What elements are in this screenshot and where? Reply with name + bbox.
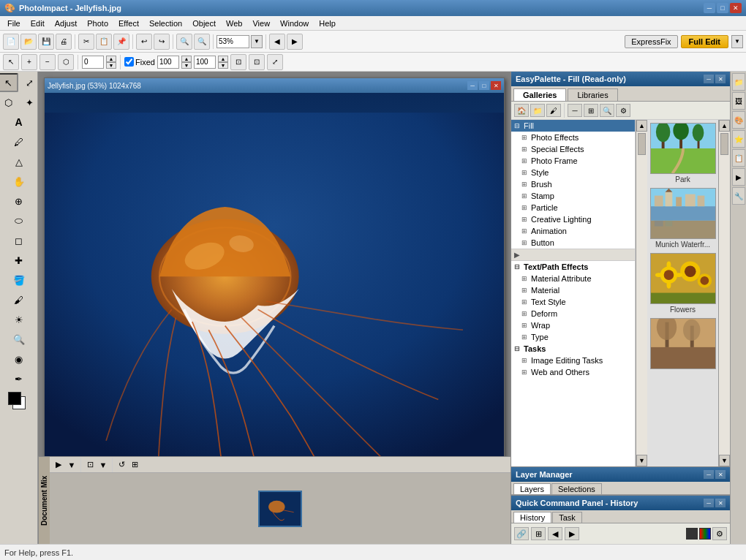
menu-web[interactable]: Web bbox=[222, 18, 246, 29]
gal-grid-btn[interactable]: ⊞ bbox=[584, 104, 598, 117]
collapse-arrow[interactable]: ▶ bbox=[511, 249, 635, 261]
express-fix-btn[interactable]: ExpressFix bbox=[625, 35, 677, 48]
redo-btn[interactable]: ↪ bbox=[154, 34, 170, 50]
zoom-dropdown[interactable]: ▼ bbox=[251, 35, 263, 48]
tree-item-image-editing[interactable]: ⊞ Image Editing Tasks bbox=[511, 355, 635, 366]
eraser-tool[interactable]: ◻ bbox=[9, 231, 29, 250]
preview-forest[interactable] bbox=[650, 318, 716, 371]
save-btn[interactable]: 💾 bbox=[38, 34, 54, 50]
crop-tool[interactable]: ⊕ bbox=[9, 192, 29, 211]
qc-btn-back[interactable]: ◀ bbox=[548, 527, 562, 540]
clone-tool[interactable]: ✚ bbox=[9, 251, 29, 270]
text-tool[interactable]: A bbox=[9, 113, 29, 132]
libraries-tab[interactable]: Libraries bbox=[568, 88, 617, 101]
angle-spinner[interactable]: ▲ ▼ bbox=[106, 56, 116, 69]
qc-settings-btn[interactable]: ⚙ bbox=[712, 527, 727, 540]
tree-scroll-down[interactable]: ▼ bbox=[636, 455, 647, 466]
tree-item-web-others[interactable]: ⊞ Web and Others bbox=[511, 366, 635, 378]
brush-tool[interactable]: 🖊 bbox=[9, 132, 29, 151]
loop-btn[interactable]: ↺ bbox=[116, 459, 127, 471]
tree-item-creative-lighting[interactable]: ⊞ Creative Lighting bbox=[511, 213, 635, 225]
height-up[interactable]: ▲ bbox=[218, 56, 228, 62]
angle-down[interactable]: ▼ bbox=[106, 62, 116, 69]
menu-window[interactable]: Window bbox=[276, 18, 313, 29]
menu-view[interactable]: View bbox=[248, 18, 274, 29]
gal-folder-btn[interactable]: 📁 bbox=[530, 104, 545, 117]
play-dropdown-btn[interactable]: ▼ bbox=[66, 459, 78, 471]
tree-item-particle[interactable]: ⊞ Particle bbox=[511, 202, 635, 213]
document-mix-tab[interactable]: Document Mix bbox=[38, 457, 50, 544]
angle-up[interactable]: ▲ bbox=[106, 56, 116, 62]
gal-settings-btn[interactable]: ⚙ bbox=[616, 104, 630, 117]
tree-item-style[interactable]: ⊞ Style bbox=[511, 167, 635, 178]
preview-scroll-down[interactable]: ▼ bbox=[719, 455, 730, 466]
hand-tool[interactable]: ✋ bbox=[9, 172, 29, 191]
gal-minus-btn[interactable]: ─ bbox=[568, 104, 582, 117]
menu-photo[interactable]: Photo bbox=[83, 18, 113, 29]
mode-dropdown[interactable]: ▼ bbox=[731, 35, 743, 48]
frame-dropdown-btn[interactable]: ▼ bbox=[97, 459, 109, 471]
menu-help[interactable]: Help bbox=[314, 18, 340, 29]
frame-thumbnail[interactable] bbox=[258, 491, 302, 527]
open-btn[interactable]: 📂 bbox=[20, 34, 37, 50]
menu-effect[interactable]: Effect bbox=[114, 18, 143, 29]
qc-btn-link[interactable]: 🔗 bbox=[514, 527, 529, 540]
angle-input[interactable] bbox=[82, 56, 104, 69]
qc-color-dark[interactable] bbox=[686, 528, 698, 540]
close-button[interactable]: ✕ bbox=[730, 3, 742, 13]
tool2-misc2[interactable]: ⊡ bbox=[249, 54, 265, 70]
lasso-tool[interactable]: ⬡ bbox=[0, 93, 18, 112]
tool2-btn-minus[interactable]: − bbox=[39, 54, 56, 70]
misc-btn2[interactable]: ▶ bbox=[287, 34, 303, 50]
cut-btn[interactable]: ✂ bbox=[78, 34, 94, 50]
fr-btn-5[interactable]: 📋 bbox=[732, 149, 745, 167]
zoom-input[interactable] bbox=[216, 35, 249, 48]
tool2-btn1[interactable]: ↖ bbox=[3, 54, 19, 70]
tree-item-stamp[interactable]: ⊞ Stamp bbox=[511, 190, 635, 202]
magic-wand[interactable]: ✦ bbox=[19, 93, 38, 112]
height-input[interactable] bbox=[194, 56, 216, 69]
eye-tool[interactable]: ◉ bbox=[9, 349, 29, 368]
undo-btn[interactable]: ↩ bbox=[136, 34, 152, 50]
tree-scrollbar[interactable]: ▲ ▼ bbox=[636, 120, 647, 466]
play-btn[interactable]: ▶ bbox=[53, 459, 64, 471]
preview-scrollbar[interactable]: ▲ ▼ bbox=[718, 120, 730, 466]
full-edit-btn[interactable]: Full Edit bbox=[681, 35, 728, 48]
width-input[interactable] bbox=[157, 56, 179, 69]
zoom-tool[interactable]: 🔍 bbox=[9, 330, 29, 349]
gal-brush-btn[interactable]: 🖌 bbox=[546, 104, 561, 117]
tree-item-photo-frame[interactable]: ⊞ Photo Frame bbox=[511, 155, 635, 167]
fill-tool[interactable]: 🪣 bbox=[9, 270, 29, 290]
fr-btn-7[interactable]: 🔧 bbox=[732, 187, 745, 205]
ep-close-btn[interactable]: ✕ bbox=[715, 75, 726, 83]
tree-item-material-attribute[interactable]: ⊞ Material Attribute bbox=[511, 273, 635, 284]
preview-flowers[interactable]: Flowers bbox=[650, 253, 716, 314]
gal-search-btn[interactable]: 🔍 bbox=[600, 104, 614, 117]
ep-min-btn[interactable]: ─ bbox=[704, 75, 714, 83]
copy-btn[interactable]: 📋 bbox=[96, 34, 112, 50]
menu-edit[interactable]: Edit bbox=[26, 18, 49, 29]
height-down[interactable]: ▼ bbox=[218, 62, 228, 69]
burn-tool[interactable]: ☀ bbox=[9, 310, 29, 329]
export-btn[interactable]: ⊞ bbox=[129, 459, 140, 471]
print-btn[interactable]: 🖨 bbox=[56, 34, 72, 50]
maximize-button[interactable]: □ bbox=[717, 3, 728, 13]
zoom-out-btn[interactable]: 🔍 bbox=[194, 34, 210, 50]
fr-btn-2[interactable]: 🖼 bbox=[732, 92, 745, 110]
tree-item-text-style[interactable]: ⊞ Text Style bbox=[511, 296, 635, 308]
tree-item-text-path-effects[interactable]: ⊟ Text/Path Effects bbox=[511, 261, 635, 273]
mask-tool[interactable]: ⬭ bbox=[9, 211, 29, 230]
image-minimize-btn[interactable]: ─ bbox=[467, 81, 478, 90]
minimize-button[interactable]: ─ bbox=[704, 3, 715, 13]
select-tool[interactable]: ↖ bbox=[0, 73, 18, 92]
image-maximize-btn[interactable]: □ bbox=[479, 81, 489, 90]
tool2-btn-plus[interactable]: + bbox=[21, 54, 37, 70]
fr-btn-1[interactable]: 📁 bbox=[732, 73, 745, 91]
lm-min-btn[interactable]: ─ bbox=[704, 470, 714, 479]
width-down[interactable]: ▼ bbox=[181, 62, 192, 69]
tree-item-wrap[interactable]: ⊞ Wrap bbox=[511, 319, 635, 331]
fr-btn-4[interactable]: ⭐ bbox=[732, 130, 745, 148]
width-spinner[interactable]: ▲ ▼ bbox=[181, 56, 192, 69]
gal-home-btn[interactable]: 🏠 bbox=[514, 104, 529, 117]
image-close-btn[interactable]: ✕ bbox=[491, 81, 501, 90]
